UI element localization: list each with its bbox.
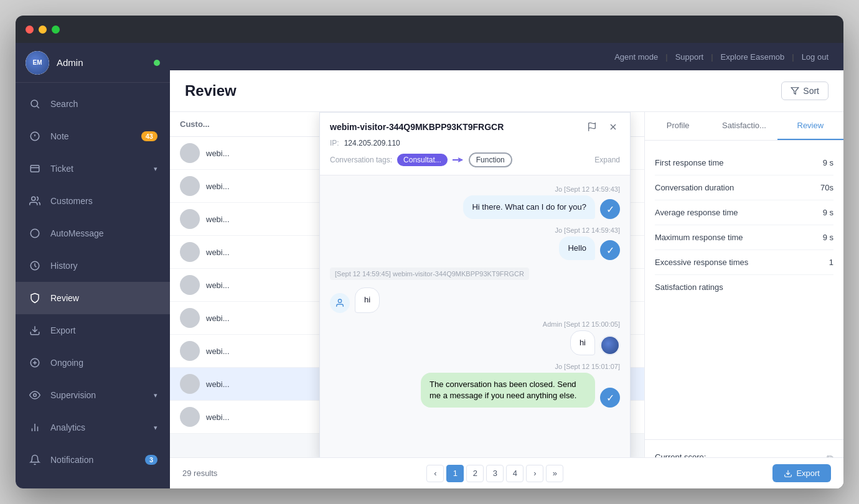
ip-value: 124.205.209.110: [344, 139, 400, 147]
user-avatar: [330, 293, 350, 313]
search-icon: [28, 97, 42, 111]
results-count: 29 results: [182, 469, 217, 478]
flag-icon[interactable]: [585, 120, 599, 134]
support-link[interactable]: Support: [675, 52, 704, 62]
notification-icon: [28, 453, 42, 467]
page-prev[interactable]: ‹: [426, 465, 444, 482]
ongoing-icon: [28, 356, 42, 370]
message-admin: Admin [Sept 12 15:00:05] hi: [330, 320, 620, 355]
msg-time: Admin [Sept 12 15:00:05]: [543, 320, 620, 328]
explore-link[interactable]: Explore Easemob: [721, 52, 785, 62]
stat-label: First response time: [655, 158, 724, 167]
topbar: Agent mode | Support | Explore Easemob |…: [170, 43, 843, 70]
ip-label: IP:: [330, 139, 339, 147]
sidebar-item-automessage[interactable]: AutoMessage: [16, 217, 170, 250]
svg-line-1: [37, 106, 39, 108]
msg-time: Jo [Sept 12 14:59:43]: [555, 185, 620, 193]
sidebar-item-export[interactable]: Export: [16, 314, 170, 347]
sidebar-item-note[interactable]: Note 43: [16, 120, 170, 152]
right-tabs: Profile Satisfactio... Review: [645, 112, 843, 141]
stat-avg-response: Average response time 9 s: [655, 200, 833, 225]
sort-label: Sort: [803, 86, 819, 96]
ticket-chevron: ▾: [154, 165, 157, 173]
sort-button[interactable]: Sort: [781, 82, 828, 100]
avatar: [180, 341, 200, 361]
notification-badge: 3: [145, 455, 157, 465]
review-area: Review Sort Custo...: [170, 70, 843, 488]
minimize-dot[interactable]: [39, 26, 47, 34]
logout-link[interactable]: Log out: [802, 52, 828, 62]
avatar: [180, 407, 200, 427]
close-dot[interactable]: [26, 26, 34, 34]
pagination: ‹ 1 2 3 4 › »: [426, 465, 563, 482]
agent-mode-link[interactable]: Agent mode: [614, 52, 658, 62]
tab-satisfaction[interactable]: Satisfactio...: [711, 112, 777, 140]
sidebar-item-search[interactable]: Search: [16, 88, 170, 120]
sidebar-label-review: Review: [50, 293, 157, 303]
page-next[interactable]: ›: [526, 465, 543, 482]
svg-point-0: [31, 100, 38, 107]
avatar: [180, 209, 200, 229]
admin-name: Admin: [57, 57, 146, 68]
avatar: [180, 242, 200, 262]
bot-avatar-closing: ✓: [600, 388, 620, 408]
sidebar-header: EM Admin: [16, 43, 170, 83]
tag-function: Function: [469, 152, 512, 167]
sidebar-label-history: History: [50, 261, 157, 271]
export-label: Export: [796, 469, 820, 478]
msg-bubble: Hello: [559, 236, 595, 260]
msg-bubble: Hi there. What can I do for you?: [463, 195, 595, 219]
note-badge: 43: [141, 131, 157, 141]
online-status-indicator: [154, 60, 160, 66]
filter-icon: [791, 86, 799, 95]
closing-bubble: The conversation has been closed. Send m…: [421, 373, 595, 408]
chat-messages[interactable]: Jo [Sept 12 14:59:43] Hi there. What can…: [320, 175, 630, 460]
tab-profile[interactable]: Profile: [645, 112, 711, 140]
stat-max-response: Maximum response time 9 s: [655, 225, 833, 250]
system-message: [Sept 12 14:59:45] webim-visitor-344Q9MK…: [330, 268, 529, 280]
review-header: Review Sort: [170, 70, 843, 112]
svg-point-22: [338, 299, 341, 302]
analytics-chevron: ▾: [154, 424, 157, 432]
bot-avatar: ✓: [600, 199, 620, 219]
page-2[interactable]: 2: [466, 465, 484, 482]
right-panel: Profile Satisfactio... Review First resp…: [644, 112, 843, 488]
sidebar-label-analytics: Analytics: [50, 422, 145, 432]
page-1[interactable]: 1: [446, 465, 464, 482]
sidebar-label-supervision: Supervision: [50, 390, 145, 400]
tab-review[interactable]: Review: [777, 112, 843, 140]
chat-header-icons: [585, 120, 620, 134]
sidebar-label-export: Export: [50, 325, 157, 335]
sidebar-item-customers[interactable]: Customers: [16, 185, 170, 217]
admin-avatar: [600, 335, 620, 355]
ticket-icon: [28, 162, 42, 175]
expand-link[interactable]: Expand: [594, 156, 620, 164]
export-button[interactable]: Export: [772, 464, 831, 482]
tag-arrow: [453, 156, 464, 164]
page-3[interactable]: 3: [486, 465, 504, 482]
sidebar-item-supervision[interactable]: Supervision ▾: [16, 379, 170, 411]
close-icon[interactable]: [606, 120, 620, 134]
main-content: Agent mode | Support | Explore Easemob |…: [170, 43, 843, 488]
page-last[interactable]: »: [546, 465, 563, 482]
stat-label: Conversation duration: [655, 183, 734, 192]
visitor-id: webim-visitor-344Q9MKBPP93KT9FRGCR: [330, 122, 504, 132]
stat-value: 9 s: [823, 233, 833, 242]
note-icon: [28, 129, 42, 143]
sidebar-label-ticket: Ticket: [50, 164, 145, 174]
sidebar-item-history[interactable]: History: [16, 250, 170, 282]
sidebar-item-ongoing[interactable]: Ongoing: [16, 347, 170, 379]
sidebar-item-ticket[interactable]: Ticket ▾: [16, 152, 170, 185]
table-footer: 29 results ‹ 1 2 3 4 › »: [170, 457, 843, 488]
stat-value: 9 s: [823, 208, 833, 217]
sidebar-item-review[interactable]: Review: [16, 282, 170, 314]
page-4[interactable]: 4: [506, 465, 523, 482]
sidebar-item-notification[interactable]: Notification 3: [16, 444, 170, 476]
sidebar-item-analytics[interactable]: Analytics ▾: [16, 411, 170, 444]
app-body: EM Admin Search: [16, 43, 843, 488]
review-icon: [28, 291, 42, 305]
fullscreen-dot[interactable]: [52, 26, 60, 34]
stat-label: Maximum response time: [655, 233, 743, 242]
msg-time: Jo [Sept 12 14:59:43]: [555, 226, 620, 234]
ip-row: IP: 124.205.209.110: [330, 139, 620, 147]
